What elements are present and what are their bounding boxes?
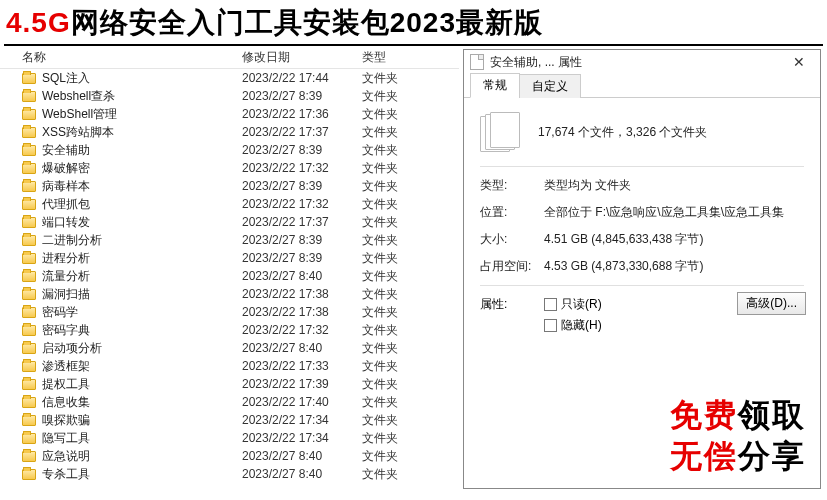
table-row[interactable]: 漏洞扫描2023/2/22 17:38文件夹 [0, 285, 459, 303]
attr-row: 属性: 只读(R) 高级(D)... [480, 296, 804, 313]
file-type: 文件夹 [362, 358, 422, 375]
table-row[interactable]: 渗透框架2023/2/22 17:33文件夹 [0, 357, 459, 375]
table-row[interactable]: WebShell管理2023/2/22 17:36文件夹 [0, 105, 459, 123]
properties-titlebar: 安全辅助, ... 属性 ✕ [464, 50, 820, 74]
table-row[interactable]: 进程分析2023/2/27 8:39文件夹 [0, 249, 459, 267]
table-row[interactable]: Webshell查杀2023/2/27 8:39文件夹 [0, 87, 459, 105]
file-name: 二进制分析 [42, 232, 242, 249]
file-type: 文件夹 [362, 142, 422, 159]
table-row[interactable]: 信息收集2023/2/22 17:40文件夹 [0, 393, 459, 411]
banner-rule [4, 44, 823, 46]
folder-icon [22, 325, 36, 336]
folder-icon [22, 307, 36, 318]
label-location: 位置: [480, 204, 544, 221]
summary-text: 17,674 个文件，3,326 个文件夹 [538, 124, 707, 141]
table-row[interactable]: 启动项分析2023/2/27 8:40文件夹 [0, 339, 459, 357]
file-name: 安全辅助 [42, 142, 242, 159]
folder-icon [22, 145, 36, 156]
file-type: 文件夹 [362, 466, 422, 483]
checkbox-hidden[interactable]: 隐藏(H) [544, 317, 602, 334]
folder-icon [22, 73, 36, 84]
advanced-button[interactable]: 高级(D)... [737, 292, 806, 315]
label-attrs: 属性: [480, 296, 544, 313]
tab-general[interactable]: 常规 [470, 73, 520, 98]
file-name: 专杀工具 [42, 466, 242, 483]
separator [480, 166, 804, 167]
table-row[interactable]: 嗅探欺骗2023/2/22 17:34文件夹 [0, 411, 459, 429]
table-row[interactable]: 专杀工具2023/2/27 8:40文件夹 [0, 465, 459, 483]
file-type: 文件夹 [362, 430, 422, 447]
banner-title: 4.5G网络安全入门工具安装包2023最新版 [0, 0, 827, 44]
label-ondisk: 占用空间: [480, 258, 544, 275]
file-date: 2023/2/22 17:32 [242, 197, 362, 211]
file-date: 2023/2/27 8:39 [242, 233, 362, 247]
folder-icon [22, 199, 36, 210]
column-header: 名称 修改日期 类型 [0, 47, 459, 69]
table-row[interactable]: 提权工具2023/2/22 17:39文件夹 [0, 375, 459, 393]
file-name: 病毒样本 [42, 178, 242, 195]
folder-icon [22, 127, 36, 138]
table-row[interactable]: 应急说明2023/2/27 8:40文件夹 [0, 447, 459, 465]
file-name: XSS跨站脚本 [42, 124, 242, 141]
file-date: 2023/2/27 8:40 [242, 269, 362, 283]
file-list: SQL注入2023/2/22 17:44文件夹Webshell查杀2023/2/… [0, 69, 459, 483]
col-name[interactable]: 名称 [22, 49, 242, 66]
file-name: 嗅探欺骗 [42, 412, 242, 429]
table-row[interactable]: 代理抓包2023/2/22 17:32文件夹 [0, 195, 459, 213]
file-name: 流量分析 [42, 268, 242, 285]
table-row[interactable]: 密码学2023/2/22 17:38文件夹 [0, 303, 459, 321]
checkbox-hidden-label: 隐藏(H) [561, 317, 602, 334]
value-location: 全部位于 F:\应急响应\应急工具集\应急工具集 [544, 204, 804, 221]
table-row[interactable]: 二进制分析2023/2/27 8:39文件夹 [0, 231, 459, 249]
table-row[interactable]: 密码字典2023/2/22 17:32文件夹 [0, 321, 459, 339]
file-name: 端口转发 [42, 214, 242, 231]
file-date: 2023/2/27 8:39 [242, 179, 362, 193]
file-name: 密码字典 [42, 322, 242, 339]
file-date: 2023/2/27 8:39 [242, 251, 362, 265]
file-date: 2023/2/22 17:40 [242, 395, 362, 409]
checkbox-readonly[interactable]: 只读(R) [544, 296, 602, 313]
table-row[interactable]: 病毒样本2023/2/27 8:39文件夹 [0, 177, 459, 195]
table-row[interactable]: 安全辅助2023/2/27 8:39文件夹 [0, 141, 459, 159]
col-date[interactable]: 修改日期 [242, 49, 362, 66]
table-row[interactable]: 爆破解密2023/2/22 17:32文件夹 [0, 159, 459, 177]
file-date: 2023/2/22 17:34 [242, 431, 362, 445]
folder-icon [22, 379, 36, 390]
table-row[interactable]: 流量分析2023/2/27 8:40文件夹 [0, 267, 459, 285]
file-type: 文件夹 [362, 160, 422, 177]
tab-custom[interactable]: 自定义 [519, 74, 581, 98]
summary-row: 17,674 个文件，3,326 个文件夹 [480, 112, 804, 152]
attr-row-2: 隐藏(H) [480, 317, 804, 334]
file-date: 2023/2/27 8:40 [242, 467, 362, 481]
file-name: 代理抓包 [42, 196, 242, 213]
file-date: 2023/2/22 17:44 [242, 71, 362, 85]
folder-icon [22, 91, 36, 102]
col-type[interactable]: 类型 [362, 49, 422, 66]
file-type: 文件夹 [362, 70, 422, 87]
file-name: Webshell查杀 [42, 88, 242, 105]
file-name: SQL注入 [42, 70, 242, 87]
file-type: 文件夹 [362, 394, 422, 411]
table-row[interactable]: SQL注入2023/2/22 17:44文件夹 [0, 69, 459, 87]
files-stack-icon [480, 112, 522, 152]
file-explorer: 名称 修改日期 类型 SQL注入2023/2/22 17:44文件夹Webshe… [0, 47, 459, 500]
promo-share: 分享 [738, 438, 806, 474]
checkbox-readonly-label: 只读(R) [561, 296, 602, 313]
file-type: 文件夹 [362, 88, 422, 105]
file-name: 提权工具 [42, 376, 242, 393]
folder-icon [22, 235, 36, 246]
close-icon[interactable]: ✕ [784, 54, 814, 70]
folder-icon [22, 469, 36, 480]
table-row[interactable]: 隐写工具2023/2/22 17:34文件夹 [0, 429, 459, 447]
properties-tabs: 常规 自定义 [464, 74, 820, 98]
file-type: 文件夹 [362, 250, 422, 267]
file-type: 文件夹 [362, 214, 422, 231]
file-date: 2023/2/27 8:39 [242, 89, 362, 103]
table-row[interactable]: 端口转发2023/2/22 17:37文件夹 [0, 213, 459, 231]
table-row[interactable]: XSS跨站脚本2023/2/22 17:37文件夹 [0, 123, 459, 141]
promo-get: 领取 [738, 397, 806, 433]
folder-icon [22, 289, 36, 300]
file-name: 进程分析 [42, 250, 242, 267]
folder-icon [22, 343, 36, 354]
file-type: 文件夹 [362, 106, 422, 123]
